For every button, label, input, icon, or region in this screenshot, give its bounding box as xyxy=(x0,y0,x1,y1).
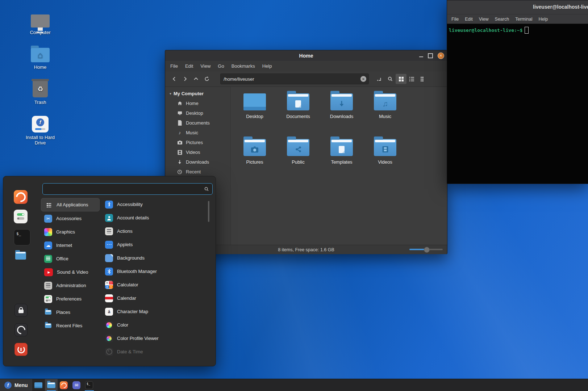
templates-folder-icon xyxy=(330,139,353,156)
sidebar-item-videos[interactable]: Videos xyxy=(165,147,230,157)
category-accessories[interactable]: ✂ Accessories xyxy=(41,212,100,225)
terminal-titlebar[interactable]: liveuser@localhost-live:~ xyxy=(447,0,588,14)
file-item-public[interactable]: Public xyxy=(276,136,320,182)
app-color-profile-viewer[interactable]: Color Profile Viewer xyxy=(102,332,210,345)
category-preferences[interactable]: Preferences xyxy=(41,293,100,305)
system-settings-launcher[interactable] xyxy=(14,210,28,223)
terminal-launcher[interactable]: $_ xyxy=(14,229,30,245)
mail-taskbar-button[interactable]: ✉ xyxy=(70,379,83,391)
refresh-button[interactable] xyxy=(201,74,212,84)
graphics-icon xyxy=(44,228,52,236)
terminal-menu-terminal[interactable]: Terminal xyxy=(515,17,532,22)
sidebar-item-recent[interactable]: Recent xyxy=(165,167,230,177)
terminal-taskbar-button[interactable]: $_ xyxy=(83,379,96,391)
terminal-menu-edit[interactable]: Edit xyxy=(465,17,473,22)
menu-button[interactable]: f Menu xyxy=(0,379,32,391)
menu-go[interactable]: Go xyxy=(218,63,224,69)
file-item-downloads[interactable]: Downloads xyxy=(320,91,363,136)
shell-prompt: liveuser@localhost-live:~$ xyxy=(449,28,523,33)
maximize-button[interactable] xyxy=(428,53,433,58)
terminal-menu-search[interactable]: Search xyxy=(495,17,509,22)
terminal-output[interactable]: liveuser@localhost-live:~$ xyxy=(447,24,588,37)
menu-view[interactable]: View xyxy=(200,63,210,69)
terminal-menu-file[interactable]: File xyxy=(451,17,459,22)
file-item-music[interactable]: ♫ Music xyxy=(363,91,407,136)
menu-help[interactable]: Help xyxy=(262,63,272,69)
desktop-icon-trash[interactable]: ♻ Trash xyxy=(21,79,60,105)
sidebar-item-music[interactable]: ♪ Music xyxy=(165,128,230,138)
file-item-pictures[interactable]: Pictures xyxy=(233,136,276,182)
file-item-documents[interactable]: Documents xyxy=(276,91,320,136)
zoom-slider[interactable] xyxy=(409,249,443,250)
file-grid[interactable]: Desktop Documents Downloads ♫ Music xyxy=(231,87,447,245)
app-calendar[interactable]: Calendar xyxy=(102,292,210,304)
menu-bookmarks[interactable]: Bookmarks xyxy=(232,63,255,69)
menu-edit[interactable]: Edit xyxy=(185,63,193,69)
toggle-location-entry-button[interactable] xyxy=(374,74,385,84)
forward-button[interactable] xyxy=(180,74,191,84)
menu-file[interactable]: File xyxy=(170,63,178,69)
log-out-button[interactable] xyxy=(14,323,28,336)
file-item-videos[interactable]: Videos xyxy=(363,136,407,182)
sidebar-item-desktop[interactable]: Desktop xyxy=(165,108,230,118)
sidebar-section-my-computer[interactable]: ▾ My Computer xyxy=(165,89,230,98)
app-character-map[interactable]: á Character Map xyxy=(102,305,210,318)
category-internet[interactable]: ☁ Internet xyxy=(41,239,100,252)
up-button[interactable] xyxy=(191,74,201,84)
zoom-slider-handle[interactable] xyxy=(424,247,430,253)
icon-view-button[interactable] xyxy=(396,74,406,84)
app-applets[interactable]: Applets xyxy=(102,238,210,251)
chevron-right-icon xyxy=(182,76,188,82)
firefox-taskbar-button[interactable] xyxy=(58,379,70,391)
category-recent-files[interactable]: Recent Files xyxy=(41,319,100,332)
terminal-menu-help[interactable]: Help xyxy=(538,17,548,22)
desktop-icon-computer[interactable]: Computer xyxy=(21,9,60,35)
app-accessibility[interactable]: Accessibility xyxy=(102,198,210,211)
terminal-menu-view[interactable]: View xyxy=(479,17,489,22)
app-calculator[interactable]: +−×= Calculator xyxy=(102,278,210,291)
search-input[interactable] xyxy=(43,186,204,192)
calculator-icon: +−×= xyxy=(105,281,113,289)
close-button[interactable]: ✕ xyxy=(438,52,444,59)
app-account-details[interactable]: Account details xyxy=(102,211,210,224)
settings-icon xyxy=(17,213,24,216)
search-button[interactable] xyxy=(385,74,396,84)
file-item-desktop[interactable]: Desktop xyxy=(233,91,276,136)
category-all-applications[interactable]: All Applications xyxy=(41,198,100,211)
lock-screen-button[interactable] xyxy=(14,304,28,317)
app-backgrounds[interactable]: Backgrounds xyxy=(102,252,210,264)
cloud-icon: ☁ xyxy=(44,241,52,249)
app-bluetooth-manager[interactable]: Bluetooth Manager xyxy=(102,265,210,278)
app-actions[interactable]: Actions xyxy=(102,225,210,237)
menu-search-box[interactable] xyxy=(42,183,213,195)
category-places[interactable]: Places xyxy=(41,306,100,319)
clear-location-icon[interactable]: ✕ xyxy=(360,76,366,82)
app-color[interactable]: Color xyxy=(102,319,210,331)
desktop-icon-install[interactable]: f Install to Hard Drive xyxy=(21,114,60,146)
files-taskbar-button[interactable] xyxy=(45,379,58,391)
app-date-time[interactable]: Date & Time xyxy=(102,345,210,358)
show-desktop-launcher[interactable] xyxy=(32,379,45,391)
videos-folder-icon xyxy=(374,139,396,156)
sidebar-item-pictures[interactable]: Pictures xyxy=(165,138,230,147)
sidebar-item-documents[interactable]: Documents xyxy=(165,118,230,128)
minimize-button[interactable] xyxy=(419,56,423,57)
category-administration[interactable]: Administration xyxy=(41,279,100,292)
chevron-down-icon: ▾ xyxy=(170,92,171,96)
files-launcher[interactable] xyxy=(14,249,28,262)
desktop-icon-home[interactable]: ⌂ Home xyxy=(21,43,60,70)
category-sound-video[interactable]: ▶ Sound & Video xyxy=(41,266,100,278)
category-office[interactable]: Office xyxy=(41,252,100,265)
back-button[interactable] xyxy=(169,74,180,84)
firefox-launcher[interactable] xyxy=(14,190,28,204)
file-item-templates[interactable]: Templates xyxy=(320,136,363,182)
category-graphics[interactable]: Graphics xyxy=(41,226,100,238)
shut-down-button[interactable] xyxy=(14,343,28,356)
menu-scrollbar[interactable] xyxy=(208,201,209,222)
sidebar-item-downloads[interactable]: Downloads xyxy=(165,157,230,167)
file-manager-titlebar[interactable]: Home ✕ xyxy=(165,50,447,61)
list-view-button[interactable] xyxy=(406,74,417,84)
sidebar-item-home[interactable]: Home xyxy=(165,98,230,108)
location-bar[interactable]: /home/liveuser ✕ xyxy=(220,73,369,84)
compact-view-button[interactable] xyxy=(417,74,428,84)
